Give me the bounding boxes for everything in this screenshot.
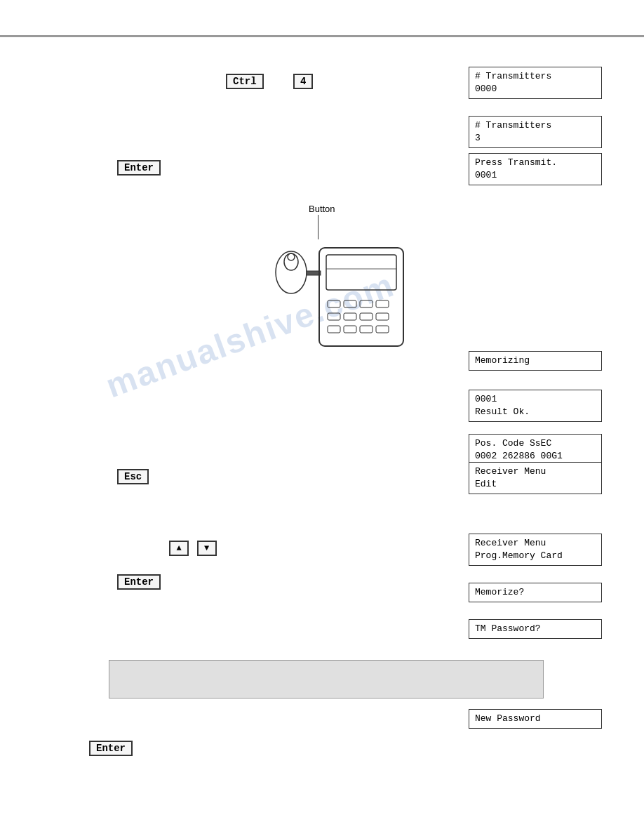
button-label-text: Button [309,204,335,214]
lcd-receiver-menu-prog: Receiver Menu Prog.Memory Card [469,534,602,566]
svg-rect-13 [360,313,373,320]
svg-rect-14 [376,313,389,320]
svg-point-0 [276,251,307,293]
lcd-transmitters-3: # Transmitters 3 [469,116,602,148]
svg-point-2 [288,253,295,260]
esc-key-area: Esc [116,469,150,484]
svg-rect-5 [326,255,396,290]
enter-key-1: Enter [116,160,162,176]
lcd-receiver-menu-edit: Receiver Menu Edit [469,462,602,494]
button-label-line [318,215,318,239]
arrow-up-key[interactable]: ▲ [169,541,189,556]
four-key[interactable]: 4 [293,74,313,89]
svg-rect-8 [344,300,356,307]
enter-key-2-area: Enter [116,574,162,590]
svg-point-1 [284,253,298,270]
arrow-keys-area: ▲ ▼ [168,541,217,556]
ctrl-four-keys: Ctrl 4 [224,74,314,89]
lcd-new-password: New Password [469,709,602,729]
lcd-press-transmit: Press Transmit. 0001 [469,153,602,185]
enter-badge-1[interactable]: Enter [117,160,161,176]
lcd-result-ok: 0001 Result Ok. [469,390,602,422]
arrow-down-key[interactable]: ▼ [197,541,217,556]
enter-badge-2[interactable]: Enter [117,574,161,590]
svg-rect-18 [376,326,389,333]
svg-rect-16 [344,326,356,333]
svg-rect-4 [319,248,403,346]
esc-badge[interactable]: Esc [117,469,149,484]
svg-rect-12 [344,313,356,320]
lcd-memorizing: Memorizing [469,351,602,371]
svg-rect-9 [360,300,373,307]
ctrl-key[interactable]: Ctrl [226,74,264,89]
svg-rect-7 [328,300,340,307]
svg-rect-11 [328,313,340,320]
lcd-transmitters-0000: # Transmitters 0000 [469,67,602,99]
lcd-tm-password: TM Password? [469,619,602,639]
device-illustration: Button [267,216,414,353]
enter-badge-3[interactable]: Enter [89,741,133,756]
input-area[interactable] [109,660,544,699]
enter-key-3-area: Enter [88,741,134,756]
svg-rect-17 [360,326,373,333]
svg-rect-10 [376,300,389,307]
svg-rect-15 [328,326,340,333]
page-content: manualshive.com Ctrl 4 # Transmitters 00… [0,0,644,834]
device-svg [267,216,414,350]
lcd-memorize: Memorize? [469,583,602,602]
top-border [0,35,644,37]
